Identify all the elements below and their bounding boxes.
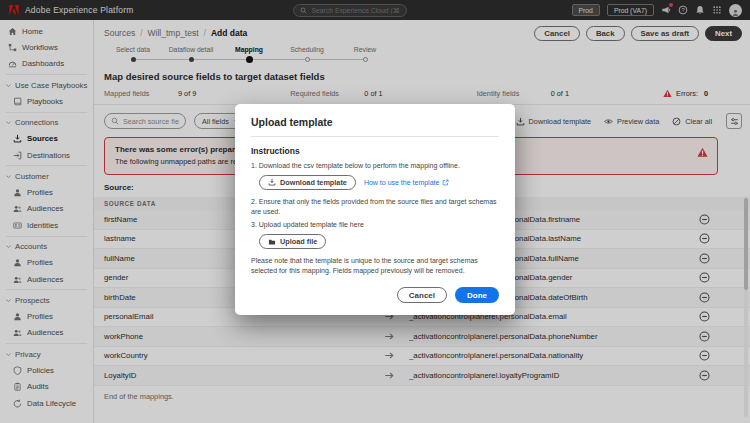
instructions-heading: Instructions xyxy=(251,146,499,156)
external-link-icon xyxy=(442,179,449,186)
upload-file-icon xyxy=(268,238,276,246)
upload-row: Upload file xyxy=(259,234,499,249)
dialog-footer: Cancel Done xyxy=(251,287,499,303)
download-icon xyxy=(268,178,276,186)
dialog-done-button[interactable]: Done xyxy=(455,287,499,303)
dialog-title: Upload template xyxy=(251,116,499,128)
template-note: Please note that the template is unique … xyxy=(251,256,499,276)
upload-file-label: Upload file xyxy=(280,237,317,246)
dialog-download-template-button[interactable]: Download template xyxy=(259,175,356,190)
app-screen: Adobe Experience Platform Prod Prod (VA7… xyxy=(0,0,750,423)
instruction-step-1: 1. Download the csv template below to pe… xyxy=(251,161,499,171)
upload-template-dialog: Upload template Instructions 1. Download… xyxy=(235,104,515,315)
download-row: Download template How to use the templat… xyxy=(259,175,499,190)
upload-file-button[interactable]: Upload file xyxy=(259,234,326,249)
dialog-divider xyxy=(251,136,499,137)
how-to-use-template-label: How to use the template xyxy=(364,179,440,186)
instruction-step-3: 3. Upload updated template file here xyxy=(251,220,499,230)
dialog-cancel-button[interactable]: Cancel xyxy=(397,287,447,303)
how-to-use-template-link[interactable]: How to use the template xyxy=(364,179,450,186)
instruction-step-2: 2. Ensure that only the fields provided … xyxy=(251,197,499,217)
dialog-download-template-label: Download template xyxy=(280,178,347,187)
